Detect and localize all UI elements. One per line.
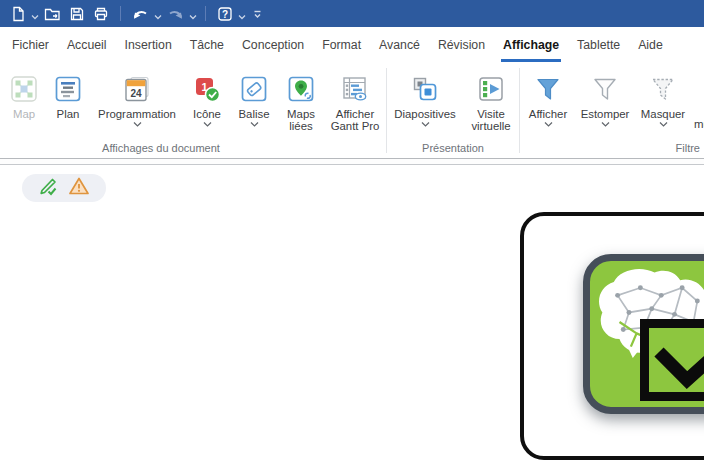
ribbon-button-label: Balise [238,108,269,120]
outline-view-icon [54,73,82,105]
tab-tablette[interactable]: Tablette [568,27,629,63]
save-icon [69,6,85,22]
tab-conception[interactable]: Conception [233,27,313,63]
tab-insertion[interactable]: Insertion [116,27,181,63]
ribbon: Map Plan [0,63,704,158]
help-dropdown[interactable] [237,4,247,26]
chevron-down-icon [544,122,553,127]
ribbon-button-label: Maps liées [278,108,324,132]
tag-view-icon [240,73,268,105]
ribbon-button-label: Masquer [641,108,685,120]
ribbon-button-partial[interactable]: mu [692,73,704,130]
virtual-tour-button[interactable]: Visite virtuelle [463,73,519,132]
tab-revision[interactable]: Révision [429,27,494,63]
undo-dropdown[interactable] [153,4,163,26]
chevron-down-icon [421,122,430,127]
map-canvas[interactable] [0,165,704,460]
dim-filter-button[interactable]: Estomper [576,73,634,127]
map-view-icon [10,73,38,105]
checkmark-box [640,319,704,401]
ribbon-button-label: Diapositives [394,108,455,120]
open-folder-icon [44,6,61,22]
gantt-pro-icon [341,73,369,105]
help-icon: ? [217,6,233,22]
redo-icon [167,6,184,22]
tab-tache[interactable]: Tâche [181,27,233,63]
pen-edit-check-icon [38,176,59,200]
print-icon [93,6,109,22]
linked-maps-button[interactable]: Maps liées [278,73,324,132]
open-button[interactable] [40,2,65,26]
chevron-down-icon [203,122,212,127]
svg-text:?: ? [222,8,228,19]
tab-accueil[interactable]: Accueil [58,27,116,63]
redo-dropdown[interactable] [188,4,198,26]
chevron-down-icon [659,122,668,127]
ribbon-button-label: Icône [193,108,221,120]
ribbon-group-affichages-du-document: Map Plan [2,63,386,158]
checkmark-icon [649,328,704,392]
ribbon-button-label: Visite virtuelle [463,108,519,132]
hide-filter-button[interactable]: Masquer [634,73,692,127]
undo-button[interactable] [128,2,153,26]
save-button[interactable] [65,2,89,26]
tab-aide[interactable]: Aide [629,27,672,63]
ribbon-button-label: Map [13,108,35,120]
virtual-tour-icon [477,73,505,105]
chevron-down-icon [601,122,610,127]
slides-button[interactable]: Diapositives [387,73,463,127]
application-window: ? Fichier Accueil Insertion Tâche Concep… [0,0,704,460]
redo-button[interactable] [163,2,188,26]
ribbon-button-label: mu [692,118,704,130]
chevron-down-icon [238,14,246,20]
toolbar-separator [120,6,121,21]
ribbon-button-label: Estomper [581,108,630,120]
quick-access-toolbar: ? [0,0,704,27]
warning-triangle-icon [68,176,90,200]
dim-filter-icon [591,73,619,105]
icon-view-icon: 1 [193,73,221,105]
ribbon-group-label: Filtre [520,140,704,158]
tab-affichage[interactable]: Affichage [494,27,568,63]
ribbon-button-label: Plan [57,108,80,120]
help-button[interactable]: ? [213,2,237,26]
show-gantt-pro-button[interactable]: Afficher Gantt Pro [324,73,386,132]
tab-format[interactable]: Format [313,27,370,63]
tab-fichier[interactable]: Fichier [3,27,58,63]
ribbon-button-label: Afficher Gantt Pro [324,108,386,132]
linked-maps-icon [287,73,315,105]
show-filter-button[interactable]: Afficher [520,73,576,127]
status-indicator-pill[interactable] [22,174,106,202]
ribbon-bottom-border [0,158,704,165]
chevron-down-icon [31,14,39,20]
ribbon-group-presentation: Diapositives Visite virtuelle [387,63,519,158]
show-filter-icon [534,73,562,105]
svg-text:24: 24 [130,88,142,99]
topic-image-frame[interactable] [520,212,704,460]
ribbon-group-filtre: Afficher Estomper [520,63,704,158]
ribbon-group-label: Présentation [387,140,519,158]
ribbon-button-label: Afficher [529,108,567,120]
print-button[interactable] [89,2,113,26]
new-document-dropdown[interactable] [30,4,40,26]
toolbar-separator [205,6,206,21]
ribbon-tab-bar: Fichier Accueil Insertion Tâche Concepti… [0,27,704,63]
chevron-down-icon [250,122,259,127]
schedule-view-icon: 24 [123,73,151,105]
undo-icon [132,6,149,22]
map-view-button[interactable]: Map [2,73,46,120]
slides-icon [411,73,439,105]
ribbon-group-label: Affichages du document [2,140,386,158]
tab-avance[interactable]: Avancé [370,27,429,63]
outline-view-button[interactable]: Plan [46,73,90,120]
customize-quick-access-button[interactable] [247,2,268,26]
tag-view-button[interactable]: Balise [230,73,278,127]
new-document-button[interactable] [6,2,30,26]
chevron-down-icon [189,14,197,20]
schedule-view-button[interactable]: 24 Programmation [90,73,184,127]
hide-filter-icon [649,73,677,105]
icon-view-button[interactable]: 1 Icône [184,73,230,127]
chevron-down-icon [133,122,142,127]
customize-toolbar-icon [251,7,264,21]
ribbon-button-label: Programmation [98,108,176,120]
